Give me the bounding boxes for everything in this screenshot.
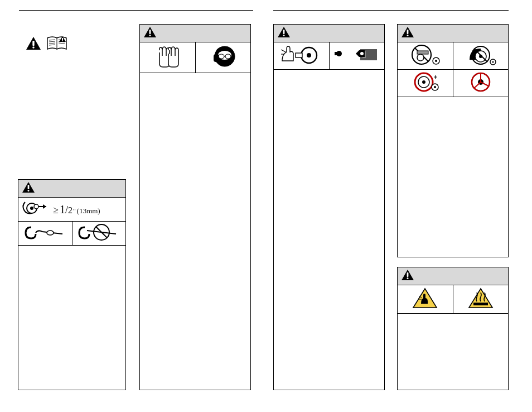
disc-arrow-icon xyxy=(22,199,49,220)
svg-rect-32 xyxy=(407,30,409,34)
dimension-row: ≥ 1 / 2 " (13mm) xyxy=(18,198,125,222)
no-guard-remove-icon xyxy=(464,43,497,69)
svg-point-26 xyxy=(307,53,311,58)
ppe-warning-box xyxy=(139,24,251,390)
warning-icon xyxy=(22,181,35,195)
warning-header xyxy=(18,180,125,198)
svg-rect-58 xyxy=(473,303,488,305)
svg-point-19 xyxy=(219,54,224,59)
svg-point-22 xyxy=(283,35,285,36)
svg-point-55 xyxy=(407,277,409,279)
page-right xyxy=(273,10,509,11)
hazard-row xyxy=(398,285,508,314)
read-manual-icon xyxy=(46,35,68,54)
svg-rect-4 xyxy=(28,185,30,189)
wear-gloves-icon xyxy=(155,45,180,70)
svg-rect-54 xyxy=(407,272,409,277)
hook-correct-icon xyxy=(23,223,67,244)
svg-point-31 xyxy=(360,52,364,55)
warning-header xyxy=(398,267,508,285)
svg-rect-36 xyxy=(417,51,428,54)
svg-point-39 xyxy=(435,60,437,62)
svg-rect-0 xyxy=(32,41,34,46)
svg-point-45 xyxy=(492,61,494,63)
no-side-grinding-icon xyxy=(408,43,442,69)
cut-hazard-icon xyxy=(411,287,439,312)
damaged-disc-icon xyxy=(408,70,442,96)
svg-point-37 xyxy=(417,54,424,61)
svg-point-5 xyxy=(28,190,30,191)
handling-row xyxy=(274,42,384,70)
warning-header xyxy=(140,25,250,42)
read-manual-block xyxy=(26,35,68,54)
prohibit-row-2 xyxy=(398,70,508,97)
svg-rect-21 xyxy=(283,30,285,34)
warning-header xyxy=(398,25,508,42)
warning-icon xyxy=(277,26,291,40)
handling-warning-box xyxy=(273,24,385,390)
prohibit-row-1 xyxy=(398,42,508,70)
warning-icon xyxy=(143,26,157,40)
svg-point-30 xyxy=(336,51,342,56)
cracked-disc-icon xyxy=(464,70,497,96)
hook-row xyxy=(18,222,125,246)
hook-dimension-warning-box: ≥ 1 / 2 " (13mm) xyxy=(18,179,126,390)
use-wrench-icon xyxy=(333,45,380,67)
disc-prohibition-box xyxy=(397,24,509,257)
warning-header xyxy=(274,25,384,42)
svg-point-3 xyxy=(62,40,63,41)
svg-point-33 xyxy=(407,35,409,36)
svg-point-10 xyxy=(47,231,54,235)
svg-point-14 xyxy=(149,35,151,36)
svg-point-48 xyxy=(422,80,425,84)
warning-icon xyxy=(26,36,41,52)
svg-point-8 xyxy=(34,204,38,209)
svg-point-20 xyxy=(225,54,231,59)
dimension-text: ≥ 1 / 2 " (13mm) xyxy=(53,203,100,216)
page-left xyxy=(19,10,253,11)
svg-point-50 xyxy=(434,86,436,88)
ear-eye-protection-icon xyxy=(208,44,238,71)
svg-line-23 xyxy=(281,50,286,52)
svg-point-1 xyxy=(32,46,35,49)
warning-icon xyxy=(401,269,414,283)
svg-rect-18 xyxy=(214,54,219,62)
hot-surface-icon xyxy=(467,287,495,312)
hazard-warning-box xyxy=(397,267,509,390)
ppe-row xyxy=(140,42,250,73)
svg-rect-2 xyxy=(62,38,63,40)
svg-rect-13 xyxy=(149,30,151,34)
svg-rect-27 xyxy=(296,53,302,58)
svg-point-7 xyxy=(30,207,33,210)
hook-prohibited-icon xyxy=(77,223,120,244)
hand-near-disc-icon xyxy=(279,44,323,68)
warning-icon xyxy=(401,26,414,40)
